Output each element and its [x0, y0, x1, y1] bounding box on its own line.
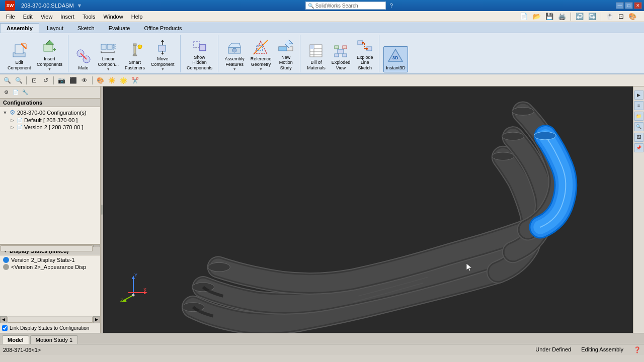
- maximize-button[interactable]: □: [625, 2, 633, 9]
- panel-splitter[interactable]: ▶: [0, 244, 100, 247]
- statusbar-help-icon[interactable]: ❓: [633, 346, 641, 353]
- h-scrollbar-track[interactable]: [1, 245, 93, 251]
- svg-rect-41: [310, 45, 314, 49]
- svg-text:3D: 3D: [392, 55, 398, 60]
- right-btn-4[interactable]: 🔍: [634, 122, 643, 131]
- right-btn-1[interactable]: ▶: [634, 90, 643, 100]
- tree-item-root[interactable]: ▼ ⚙ 208-370-00 Configuration(s): [1, 108, 99, 117]
- svg-point-57: [502, 132, 524, 140]
- undo-icon[interactable]: ↩️: [574, 12, 585, 21]
- rotate-view-btn[interactable]: ↺: [41, 76, 51, 85]
- insert-components-button[interactable]: InsertComponents ▼: [35, 37, 65, 72]
- ds-item-2[interactable]: <Version 2>_Appearance Disp: [1, 263, 99, 270]
- right-btn-3[interactable]: 📁: [634, 112, 643, 121]
- default-icon: 📄: [17, 118, 23, 123]
- redo-icon[interactable]: ↪️: [587, 12, 598, 21]
- view-toolbar: 🔍 🔍 ⊡ ↺ 📷 ⬛ 👁 🎨 ☀️ 🌟 ✂️: [0, 74, 644, 86]
- ds-dot-1: [3, 257, 9, 263]
- reference-geometry-button[interactable]: ReferenceGeometry ▼: [248, 37, 274, 72]
- close-button[interactable]: ✕: [634, 2, 642, 9]
- viewport[interactable]: Y X Z: [103, 86, 633, 333]
- new-icon[interactable]: 📄: [518, 11, 530, 22]
- tab-model[interactable]: Model: [2, 335, 29, 344]
- tab-evaluate[interactable]: Evaluate: [102, 23, 137, 33]
- statusbar-under-defined: Under Defined: [535, 346, 571, 353]
- link-checkbox[interactable]: [2, 325, 8, 331]
- show-hidden-label: ShowHiddenComponents: [187, 55, 212, 71]
- svg-point-56: [492, 152, 514, 160]
- root-expander[interactable]: ▼: [2, 110, 8, 116]
- ribbon-tabs: Assembly Layout Sketch Evaluate Office P…: [0, 22, 644, 33]
- ribbon-group-edit: EditComponent InsertComponents ▼: [3, 35, 68, 72]
- instant3d-button[interactable]: 3D Instant3D: [383, 46, 408, 72]
- assembly-features-button[interactable]: AssemblyFeatures ▼: [222, 37, 247, 72]
- insert-components-label: InsertComponents: [37, 56, 62, 67]
- menu-edit[interactable]: Edit: [19, 13, 37, 21]
- v2-expander[interactable]: ▷: [9, 124, 15, 130]
- tab-motion-study[interactable]: Motion Study 1: [30, 335, 78, 344]
- display-icon[interactable]: 🎨: [627, 12, 638, 21]
- explode-line-sketch-button[interactable]: ExplodeLineSketch: [354, 36, 376, 72]
- zoom-out-btn[interactable]: 🔍: [14, 76, 24, 85]
- mate-button[interactable]: Mate: [72, 46, 95, 72]
- open-icon[interactable]: 📂: [531, 12, 542, 21]
- section-view-btn[interactable]: ✂️: [130, 76, 140, 85]
- scene-btn[interactable]: ☀️: [107, 76, 117, 85]
- smart-fasteners-button[interactable]: ⚡ SmartFasteners: [122, 41, 147, 72]
- scroll-right-btn2[interactable]: ▶: [93, 316, 100, 323]
- new-motion-study-button[interactable]: NewMotionStudy: [275, 36, 297, 72]
- display-style-btn[interactable]: ⬛: [68, 76, 78, 85]
- search-box[interactable]: 🔍 SolidWorks Search: [305, 2, 386, 10]
- show-hidden-icon: [192, 38, 208, 54]
- tab-assembly[interactable]: Assembly: [0, 23, 39, 33]
- svg-point-51: [362, 42, 364, 44]
- realview-btn[interactable]: 🌟: [118, 76, 128, 85]
- ds-scrollbar-track[interactable]: [8, 317, 93, 323]
- svg-rect-43: [335, 46, 339, 49]
- linear-component-button[interactable]: LinearCompon... ▼: [96, 37, 122, 72]
- panel-btn-3[interactable]: 🔧: [21, 88, 29, 97]
- zoom-fit-icon[interactable]: ⊡: [617, 12, 625, 21]
- zoom-in-btn[interactable]: 🔍: [2, 76, 12, 85]
- appearance-btn[interactable]: 🎨: [95, 76, 105, 85]
- smart-fasteners-icon: ⚡: [127, 43, 143, 59]
- tab-office-products[interactable]: Office Products: [137, 23, 188, 33]
- exploded-view-button[interactable]: ExplodedView: [329, 41, 353, 72]
- help-icon[interactable]: ?: [390, 3, 393, 9]
- tab-layout[interactable]: Layout: [40, 23, 70, 33]
- zoom-fit-btn[interactable]: ⊡: [29, 76, 39, 85]
- edit-component-button[interactable]: EditComponent: [5, 41, 34, 72]
- tab-sketch[interactable]: Sketch: [71, 23, 101, 33]
- ds-item-1[interactable]: Version 2_Display State-1: [1, 256, 99, 263]
- minimize-button[interactable]: —: [616, 2, 624, 9]
- right-btn-5[interactable]: 🖼: [634, 133, 643, 142]
- scroll-left-btn2[interactable]: ◀: [0, 316, 7, 323]
- move-component-button[interactable]: MoveComponent ▼: [148, 37, 177, 72]
- edit-component-icon: [11, 43, 27, 59]
- right-btn-2[interactable]: ≡: [634, 101, 643, 110]
- titlebar-title: 208-370-00.SLDASM: [21, 3, 74, 9]
- tree-item-version2[interactable]: ▷ 📄 Version 2 [ 208-370-00 ]: [1, 124, 99, 131]
- svg-text:X: X: [143, 287, 146, 292]
- print-icon[interactable]: 🖨️: [556, 12, 568, 21]
- hide-show-btn[interactable]: 👁: [79, 76, 90, 85]
- menu-window[interactable]: Window: [100, 13, 127, 21]
- statusbar-editing: Editing Assembly: [581, 346, 623, 353]
- mate-icon: [75, 48, 92, 64]
- view-orientation-btn[interactable]: 📷: [56, 76, 66, 85]
- bill-of-materials-button[interactable]: Bill ofMaterials: [304, 41, 328, 72]
- menu-help[interactable]: Help: [127, 13, 147, 21]
- menu-insert[interactable]: Insert: [56, 13, 78, 21]
- svg-rect-10: [101, 44, 106, 49]
- default-expander[interactable]: ▷: [9, 117, 15, 123]
- show-hidden-button[interactable]: ShowHiddenComponents: [185, 36, 215, 72]
- save-icon[interactable]: 💾: [544, 12, 555, 21]
- menu-file[interactable]: File: [2, 13, 19, 21]
- menu-tools[interactable]: Tools: [78, 13, 100, 21]
- select-icon[interactable]: 🖱️: [604, 12, 615, 21]
- panel-btn-2[interactable]: 📄: [12, 88, 20, 97]
- tree-item-default[interactable]: ▷ 📄 Default [ 208-370-00 ]: [1, 117, 99, 124]
- right-btn-6[interactable]: 📌: [634, 143, 643, 152]
- panel-btn-1[interactable]: ⚙: [2, 88, 10, 97]
- menu-view[interactable]: View: [37, 13, 57, 21]
